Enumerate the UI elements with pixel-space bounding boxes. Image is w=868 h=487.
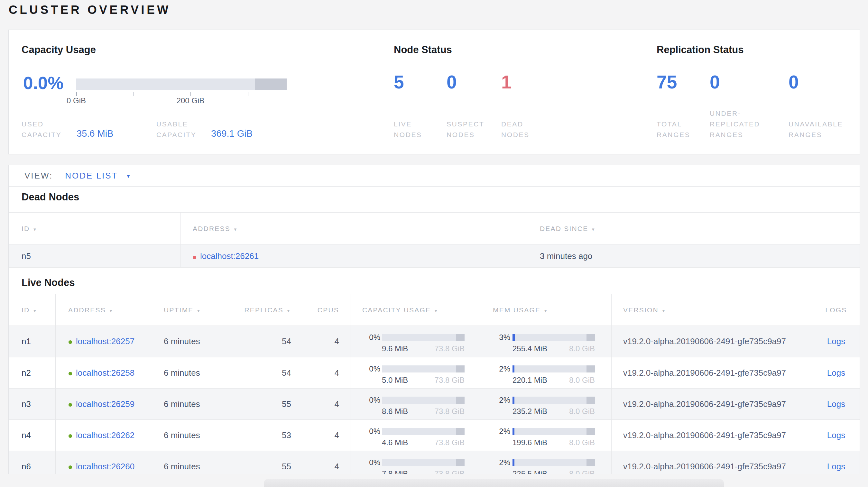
capacity-values: 5.0 MiB 73.8 GiB bbox=[382, 376, 465, 385]
uptime-value: 6 minutes bbox=[164, 357, 200, 389]
cpus-value: 4 bbox=[302, 326, 339, 357]
column-divider bbox=[181, 212, 181, 268]
horizontal-scrollbar-thumb[interactable] bbox=[264, 479, 724, 487]
logs-link[interactable]: Logs bbox=[827, 430, 845, 440]
mem-used-value: 220.1 MiB bbox=[513, 376, 547, 385]
mem-usage-bar bbox=[513, 334, 595, 341]
live-col-capacity-usage[interactable]: CAPACITY USAGE▼ bbox=[350, 294, 481, 326]
replicas-value: 53 bbox=[222, 420, 291, 451]
column-divider bbox=[151, 294, 151, 474]
capacity-values: 4.6 MiB 73.8 GiB bbox=[382, 438, 465, 447]
mem-bar-reserved-segment bbox=[587, 365, 595, 372]
mem-bar-fill bbox=[513, 459, 515, 466]
live-col-replicas[interactable]: REPLICAS▼ bbox=[222, 294, 291, 326]
table-row: n3 localhost:26259 6 minutes 55 4 0% 8.6… bbox=[9, 388, 860, 419]
mem-used-value: 255.4 MiB bbox=[513, 344, 547, 353]
node-id: n1 bbox=[22, 326, 31, 357]
live-col-version[interactable]: VERSION▼ bbox=[611, 294, 812, 326]
mem-total-value: 8.0 GiB bbox=[569, 376, 595, 385]
version-value: v19.2.0-alpha.20190606-2491-gfe735c9a97 bbox=[623, 326, 786, 357]
node-live-status-icon bbox=[68, 434, 72, 438]
mem-bar-fill bbox=[513, 365, 515, 372]
capacity-total-value: 73.8 GiB bbox=[435, 407, 465, 416]
summary-panel: Capacity Usage 0.0% 0 GiB 200 GiB USEDCA… bbox=[8, 30, 860, 154]
mem-used-value: 199.6 MiB bbox=[513, 438, 547, 447]
total-ranges-count: 75 bbox=[657, 73, 677, 91]
mem-usage-bar bbox=[513, 365, 595, 372]
capacity-percent-value: 0% bbox=[350, 396, 380, 404]
version-value: v19.2.0-alpha.20190606-2491-gfe735c9a97 bbox=[623, 357, 786, 389]
mem-usage-bar bbox=[513, 428, 595, 435]
axis-tick bbox=[190, 92, 191, 96]
live-col-address[interactable]: ADDRESS▼ bbox=[55, 294, 151, 326]
axis-tick bbox=[76, 92, 77, 96]
node-live-status-icon bbox=[68, 340, 72, 344]
capacity-usage-bar bbox=[382, 397, 465, 404]
logs-link[interactable]: Logs bbox=[827, 399, 845, 409]
dead-col-dead-since[interactable]: DEAD SINCE▼ bbox=[527, 213, 860, 245]
node-address-link[interactable]: localhost:26262 bbox=[76, 430, 134, 440]
usable-capacity-value: 369.1 GiB bbox=[211, 128, 253, 139]
dead-col-id[interactable]: ID▼ bbox=[9, 213, 181, 245]
live-col-cpus: CPUS bbox=[302, 294, 339, 326]
dead-col-address[interactable]: ADDRESS▼ bbox=[181, 213, 527, 245]
capacity-percent-value: 0% bbox=[350, 427, 380, 435]
column-divider bbox=[350, 294, 350, 474]
table-row: n2 localhost:26258 6 minutes 54 4 0% 5.0… bbox=[9, 357, 860, 388]
view-label: VIEW: bbox=[25, 171, 53, 181]
suspect-nodes-label: SUSPECTNODES bbox=[446, 119, 484, 140]
uptime-value: 6 minutes bbox=[164, 389, 200, 420]
used-capacity-value: 35.6 MiB bbox=[76, 128, 113, 139]
sort-caret-icon: ▼ bbox=[286, 309, 291, 313]
live-col-uptime[interactable]: UPTIME▼ bbox=[151, 294, 222, 326]
live-nodes-label: LIVENODES bbox=[394, 119, 422, 140]
capacity-bar-reserved-segment bbox=[456, 397, 465, 404]
capacity-used-value: 8.6 MiB bbox=[382, 407, 408, 416]
logs-link[interactable]: Logs bbox=[827, 462, 845, 471]
live-col-mem-usage[interactable]: MEM USAGE▼ bbox=[481, 294, 611, 326]
view-dropdown[interactable]: NODE LIST bbox=[65, 171, 118, 181]
capacity-percent-value: 0% bbox=[350, 458, 380, 467]
node-id: n4 bbox=[22, 420, 31, 451]
mem-bar-reserved-segment bbox=[587, 334, 595, 341]
sort-caret-icon: ▼ bbox=[109, 309, 114, 313]
uptime-value: 6 minutes bbox=[164, 420, 200, 451]
uptime-value: 6 minutes bbox=[164, 451, 200, 474]
mem-usage-bar bbox=[513, 459, 595, 466]
capacity-bar-reserved-segment bbox=[255, 78, 287, 90]
replicas-value: 54 bbox=[222, 357, 291, 389]
dead-nodes-label: DEADNODES bbox=[501, 119, 530, 140]
mem-bar-reserved-segment bbox=[587, 397, 595, 404]
dead-nodes-count: 1 bbox=[501, 73, 512, 91]
node-address-cell: localhost:26257 bbox=[68, 326, 134, 357]
column-divider bbox=[812, 294, 812, 474]
node-address-link[interactable]: localhost:26258 bbox=[76, 368, 134, 378]
capacity-percent-value: 0% bbox=[350, 365, 380, 373]
chevron-down-icon[interactable]: ▼ bbox=[125, 172, 131, 180]
live-nodes-header-row: ID▼ ADDRESS▼ UPTIME▼ REPLICAS▼ CPUS CAPA… bbox=[9, 294, 860, 326]
node-address-link[interactable]: localhost:26261 bbox=[200, 251, 259, 261]
page-title: CLUSTER OVERVIEW bbox=[9, 3, 171, 17]
node-address-link[interactable]: localhost:26257 bbox=[76, 336, 134, 346]
logs-cell: Logs bbox=[812, 451, 860, 474]
under-replicated-count: 0 bbox=[710, 73, 720, 91]
mem-total-value: 8.0 GiB bbox=[569, 407, 595, 416]
version-value: v19.2.0-alpha.20190606-2491-gfe735c9a97 bbox=[623, 451, 786, 474]
cpus-value: 4 bbox=[302, 451, 339, 474]
live-col-id[interactable]: ID▼ bbox=[9, 294, 55, 326]
mem-percent-value: 3% bbox=[481, 333, 510, 342]
mem-bar-fill bbox=[513, 397, 515, 404]
cpus-value: 4 bbox=[302, 420, 339, 451]
node-address-link[interactable]: localhost:26259 bbox=[76, 399, 134, 409]
logs-link[interactable]: Logs bbox=[827, 336, 845, 346]
capacity-usage-bar bbox=[76, 78, 287, 90]
node-address-link[interactable]: localhost:26260 bbox=[76, 462, 134, 471]
axis-tick bbox=[248, 92, 248, 96]
capacity-usage-bar bbox=[382, 365, 465, 372]
logs-link[interactable]: Logs bbox=[827, 368, 845, 378]
under-replicated-label: UNDER-REPLICATEDRANGES bbox=[710, 108, 760, 140]
capacity-used-value: 9.6 MiB bbox=[382, 344, 408, 353]
capacity-used-value: 4.6 MiB bbox=[382, 438, 408, 447]
capacity-usage-heading: Capacity Usage bbox=[22, 44, 96, 56]
column-divider bbox=[611, 294, 612, 474]
